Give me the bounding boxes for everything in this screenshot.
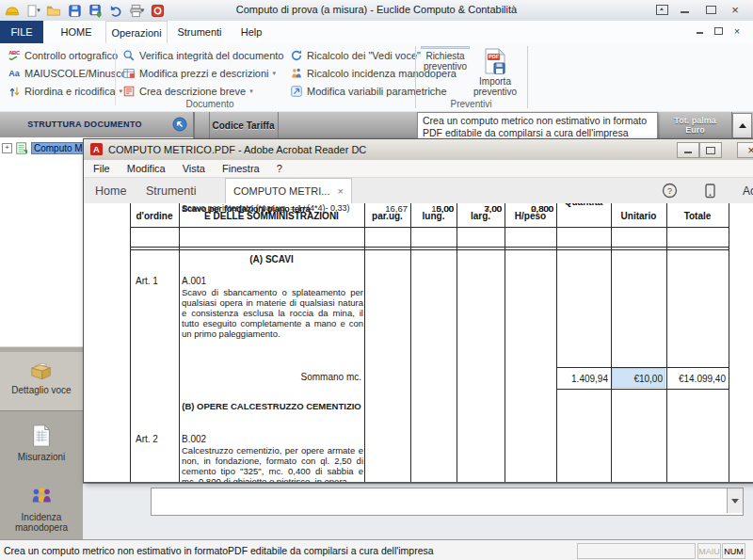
acrobat-menubar: File Modifica Vista Finestra ? xyxy=(84,160,753,178)
acrobat-logo-icon: A xyxy=(89,142,104,160)
tab-strumenti[interactable]: Strumenti xyxy=(171,21,228,43)
mdi-minimize-button[interactable] xyxy=(691,24,708,38)
tab-help[interactable]: Help xyxy=(233,21,269,43)
acrobat-maximize-button[interactable] xyxy=(699,142,722,158)
tree-expand-icon[interactable]: + xyxy=(2,143,12,153)
group-label-preventivi: Preventivi xyxy=(417,99,525,109)
spreadsheet-icon xyxy=(15,141,28,155)
menu-finestra[interactable]: Finestra xyxy=(222,163,260,174)
maiuscole-minuscole-button[interactable]: Aa MAIUSCOLE/Minuscole xyxy=(8,65,135,82)
group-label-documento: Documento xyxy=(6,99,414,109)
richiesta-preventivo-button[interactable]: PDF Richiesta preventivo xyxy=(421,46,470,49)
sidebar-item-dettaglio-voce[interactable]: Dettaglio voce xyxy=(0,352,83,411)
acrobat-doc-tab[interactable]: COMPUTO METRI... × xyxy=(225,178,352,203)
svg-text:?: ? xyxy=(667,186,672,196)
grid-selector-header xyxy=(195,112,210,138)
up-arrow-icon xyxy=(739,123,746,128)
riordina-ricodifica-button[interactable]: Riordina e ricodifica▾ xyxy=(8,83,135,100)
measurements-sheet-icon xyxy=(29,423,54,449)
status-num-indicator: NUM xyxy=(722,543,745,559)
tab-file[interactable]: FILE xyxy=(0,21,43,43)
tab-home[interactable]: HOME xyxy=(52,21,101,43)
short-description-icon xyxy=(122,85,136,98)
section-b-title: (B) OPERE CALCESTRUZZO CEMENTIZIO xyxy=(179,401,364,411)
pdf-save-icon: PDF xyxy=(483,48,507,74)
ribbon-tab-row: FILE HOME Operazioni Strumenti Help × xyxy=(0,21,753,44)
crea-descrizione-breve-button[interactable]: Crea descrizione breve▾ xyxy=(122,83,283,100)
status-message: Crea un computo metrico non estimativo i… xyxy=(4,545,434,556)
acrobat-close-button[interactable]: × xyxy=(737,142,753,158)
status-caps-indicator: MAIU xyxy=(697,543,721,559)
ribbon-toggle-button[interactable] xyxy=(651,2,672,17)
status-bar: Crea un computo metrico non estimativo i… xyxy=(0,539,753,560)
acrobat-tab-home[interactable]: Home xyxy=(95,178,126,203)
acrobat-window-title: COMPUTO METRICO.PDF - Adobe Acrobat Read… xyxy=(108,144,366,155)
art2-number: Art. 2 xyxy=(136,434,158,444)
art1-description: Scavo di sbancamento o splateamento per … xyxy=(182,287,363,339)
price-table-icon xyxy=(122,67,136,80)
acrobat-minimize-button[interactable] xyxy=(677,142,699,158)
letter-case-icon: Aa xyxy=(8,67,21,80)
down-arrow-icon xyxy=(731,499,739,504)
maximize-button[interactable] xyxy=(700,2,721,17)
refresh-arrows-icon xyxy=(290,49,303,62)
art2-description: Calcestruzzo cementizio, per opere armat… xyxy=(182,445,363,482)
unitario-value[interactable]: €10,00 xyxy=(613,374,663,384)
mobile-device-icon[interactable] xyxy=(703,184,717,202)
sign-in-link[interactable]: Ac xyxy=(743,184,753,198)
scroll-up-button[interactable] xyxy=(732,113,752,138)
description-field[interactable] xyxy=(151,488,744,516)
status-cell-empty xyxy=(577,543,696,559)
art2-code: B.002 xyxy=(182,434,206,444)
svg-text:A: A xyxy=(93,145,100,154)
modifica-prezzi-button[interactable]: Modifica prezzi e descrizioni▾ xyxy=(122,65,283,82)
menu-file[interactable]: File xyxy=(93,163,110,174)
col-header-quantita: Quantità xyxy=(556,203,611,207)
sommano-label: Sommano mc. xyxy=(182,372,361,382)
collapse-panel-button[interactable] xyxy=(172,117,187,136)
modifica-variabili-button[interactable]: Modifica variabili parametriche xyxy=(290,83,457,100)
sidebar-item-misurazioni[interactable]: Misurazioni xyxy=(0,417,83,473)
acrobat-tab-strumenti[interactable]: Strumenti xyxy=(146,178,197,203)
acrobat-window[interactable]: A COMPUTO METRICO.PDF - Adobe Acrobat Re… xyxy=(83,138,753,483)
mdi-close-button[interactable]: × xyxy=(729,24,745,38)
help-circle-icon[interactable]: ? xyxy=(662,183,678,202)
section-a-title: (A) SCAVI xyxy=(179,254,364,264)
window-title: Computo di prova (a misura) - Euclide Co… xyxy=(0,4,753,15)
close-button[interactable]: × xyxy=(725,2,745,17)
workers-icon xyxy=(290,67,303,80)
doc-tab-close-icon[interactable]: × xyxy=(337,185,343,197)
field-dropdown-button[interactable] xyxy=(727,488,743,513)
art1-code: A.001 xyxy=(182,276,206,286)
col-header-totale: Totale xyxy=(666,211,729,221)
spellcheck-abc-icon: ABC xyxy=(8,49,21,62)
euclide-titlebar: ▾ ▾ Computo di prova (a misura) - Euclid… xyxy=(0,0,753,22)
acrobat-tabbar: Home Strumenti COMPUTO METRI... × ? Ac xyxy=(84,178,753,204)
magnifier-check-icon xyxy=(122,49,136,62)
art1-number: Art. 1 xyxy=(136,276,158,286)
pdf-document-area[interactable]: d'ordine E DELLE SOMMINISTRAZIONI par.ug… xyxy=(84,203,753,482)
people-icon xyxy=(28,485,55,509)
detail-bottom-panel xyxy=(83,483,753,540)
acrobat-titlebar[interactable]: A COMPUTO METRICO.PDF - Adobe Acrobat Re… xyxy=(84,139,753,161)
verifica-integrita-button[interactable]: Verifica integrità del documento xyxy=(122,47,283,64)
importa-preventivo-button[interactable]: PDF Importa preventivo xyxy=(472,46,519,99)
sidebar-item-incidenza-manodopera[interactable]: Incidenza manodopera xyxy=(0,479,83,537)
menu-modifica[interactable]: Modifica xyxy=(127,163,166,174)
grid-header-codice-tariffa[interactable]: Codice Tariffa xyxy=(209,112,279,138)
totale-value: €14.099,40 xyxy=(668,374,726,384)
sort-arrows-icon xyxy=(8,85,21,98)
tab-operazioni[interactable]: Operazioni xyxy=(105,21,168,44)
col-header-dordine: d'ordine xyxy=(130,211,179,221)
menu-vista[interactable]: Vista xyxy=(183,163,205,174)
mdi-restore-button[interactable] xyxy=(710,24,727,38)
quantita-value: 1.409,94 xyxy=(557,374,608,384)
minimize-button[interactable] xyxy=(674,2,695,17)
structure-panel-header: STRUTTURA DOCUMENTO xyxy=(0,112,195,138)
col-header-unitario: Unitario xyxy=(611,211,666,221)
ribbon: ABC Controllo ortografico Aa MAIUSCOLE/M… xyxy=(0,43,753,112)
grid-header-totale[interactable]: Tot. palma Euro xyxy=(659,112,732,138)
svg-text:PDF: PDF xyxy=(489,54,500,59)
menu-help[interactable]: ? xyxy=(277,163,282,174)
controllo-ortografico-button[interactable]: ABC Controllo ortografico xyxy=(8,47,135,64)
